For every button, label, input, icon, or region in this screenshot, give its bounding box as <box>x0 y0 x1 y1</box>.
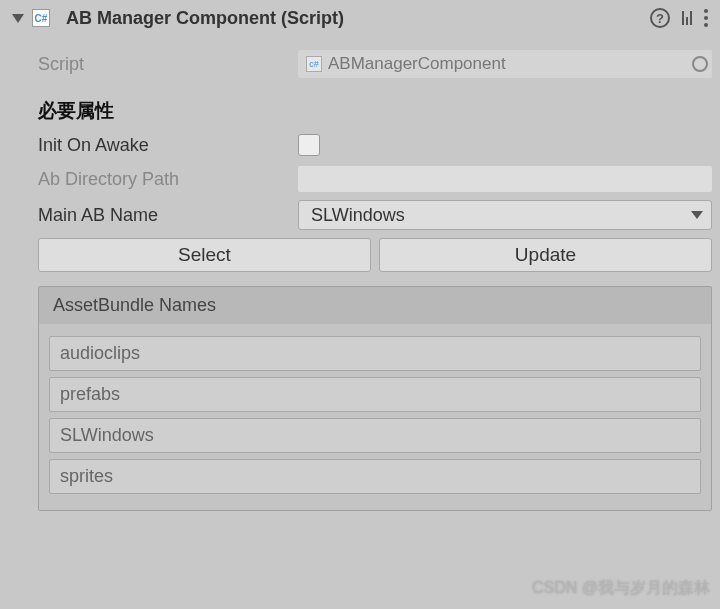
list-item[interactable]: sprites <box>49 459 701 494</box>
component-body: Script c# ABManagerComponent 必要属性 Init O… <box>0 36 720 521</box>
csharp-icon: c# <box>306 56 322 72</box>
list-item[interactable]: prefabs <box>49 377 701 412</box>
list-item[interactable]: audioclips <box>49 336 701 371</box>
script-field[interactable]: c# ABManagerComponent <box>298 50 712 78</box>
ab-dir-field[interactable] <box>298 166 712 192</box>
ab-dir-label: Ab Directory Path <box>38 169 298 190</box>
main-ab-value: SLWindows <box>311 205 405 226</box>
kebab-menu-icon[interactable] <box>704 9 708 27</box>
foldout-toggle[interactable] <box>12 14 24 23</box>
object-picker-icon[interactable] <box>692 56 708 72</box>
main-ab-dropdown[interactable]: SLWindows <box>298 200 712 230</box>
watermark: CSDN @我与岁月的森林 <box>532 578 710 599</box>
list-item[interactable]: SLWindows <box>49 418 701 453</box>
component-header: C# AB Manager Component (Script) ? <box>0 0 720 36</box>
list-title: AssetBundle Names <box>39 287 711 324</box>
component-title: AB Manager Component (Script) <box>66 8 650 29</box>
update-button[interactable]: Update <box>379 238 712 272</box>
script-value: ABManagerComponent <box>328 54 506 74</box>
init-on-awake-checkbox[interactable] <box>298 134 320 156</box>
chevron-down-icon <box>691 211 703 219</box>
help-icon[interactable]: ? <box>650 8 670 28</box>
csharp-icon: C# <box>32 9 50 27</box>
script-label: Script <box>38 54 298 75</box>
section-title: 必要属性 <box>38 98 720 124</box>
select-button[interactable]: Select <box>38 238 371 272</box>
preset-icon[interactable] <box>682 11 692 25</box>
main-ab-label: Main AB Name <box>38 205 298 226</box>
init-on-awake-label: Init On Awake <box>38 135 298 156</box>
assetbundle-list: AssetBundle Names audioclipsprefabsSLWin… <box>38 286 712 511</box>
